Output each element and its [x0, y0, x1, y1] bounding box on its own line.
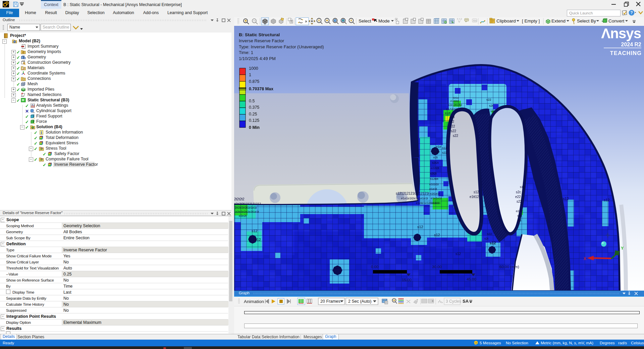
- svg-text:Mode: Mode: [378, 18, 390, 23]
- svg-text:1000: 1000: [249, 66, 258, 71]
- svg-text:e1e1ŧ: e1e1ŧ: [429, 187, 437, 191]
- svg-text:3 Cycles: 3 Cycles: [446, 299, 461, 304]
- svg-text:Y: Y: [621, 246, 624, 251]
- svg-text:e2e2ŧ: e2e2ŧ: [239, 214, 247, 217]
- svg-text:s12: s12: [252, 229, 258, 233]
- svg-text:0.875: 0.875: [249, 79, 259, 84]
- svg-text:45.00: 45.00: [467, 277, 476, 281]
- svg-text:s12: s12: [520, 185, 525, 189]
- svg-text:2ŧ2ŧ2ŧ2: 2ŧ2ŧ2ŧ2: [234, 197, 245, 201]
- svg-text:20 Frames: 20 Frames: [320, 299, 340, 304]
- svg-text:s22: s22: [451, 129, 457, 133]
- svg-text:s121212121ŧ1212121ŧ: s121212121ŧ1212121ŧ: [396, 192, 429, 195]
- svg-text:Select: Select: [359, 18, 371, 23]
- svg-text:[ Empty ]: [ Empty ]: [522, 18, 540, 23]
- svg-text:X,Y,Z: X,Y,Z: [457, 18, 462, 20]
- svg-text:15.00: 15.00: [402, 278, 412, 282]
- svg-text:0.70378 Max: 0.70378 Max: [249, 87, 273, 91]
- svg-text:eŧ2ŧ: eŧ2ŧ: [449, 115, 455, 119]
- svg-text:B: Static Structural: B: Static Structural: [239, 32, 280, 37]
- svg-text:s12: s12: [417, 225, 423, 229]
- svg-text:0.5: 0.5: [249, 99, 255, 103]
- svg-text:s12ŧ: s12ŧ: [445, 111, 451, 115]
- svg-text:s1ŧ12ŧ12ŧ2: s1ŧ12ŧ12ŧ2: [448, 103, 462, 107]
- svg-text:X: X: [584, 256, 587, 261]
- svg-text:i: i: [476, 341, 476, 344]
- svg-text:0.125: 0.125: [249, 118, 259, 123]
- svg-text:s12: s12: [517, 214, 522, 217]
- svg-text:e1e1e1ŧ: e1e1e1ŧ: [431, 197, 442, 200]
- svg-text:e1e1ŧ: e1e1ŧ: [431, 201, 439, 205]
- svg-text:s22: s22: [453, 134, 459, 138]
- svg-text:1: 1: [249, 72, 251, 77]
- svg-text:s22: s22: [487, 232, 492, 236]
- svg-text:s2ŧ: s2ŧ: [489, 104, 493, 107]
- svg-text:e1e: e1e: [436, 145, 441, 148]
- svg-text:s2ŧ: s2ŧ: [484, 237, 489, 240]
- svg-text:Clipboard: Clipboard: [496, 18, 516, 23]
- svg-text:s22: s22: [442, 151, 447, 154]
- svg-text:e22: e22: [435, 150, 440, 154]
- svg-text:s22: s22: [449, 120, 454, 123]
- svg-text:s12: s12: [455, 252, 461, 256]
- svg-text:?: ?: [630, 10, 633, 15]
- svg-text:0 Min: 0 Min: [249, 125, 260, 130]
- svg-text:s12: s12: [434, 233, 440, 237]
- svg-text:e22: e22: [515, 195, 521, 199]
- svg-text:0.375: 0.375: [249, 105, 259, 110]
- svg-text:Time: 1: Time: 1: [239, 50, 253, 55]
- svg-text:0.25: 0.25: [249, 112, 257, 116]
- svg-text:Λnsys: Λnsys: [601, 26, 641, 41]
- svg-text:e2e2ŧ2ŧ1212121212: e2e2ŧ2ŧ1212121212: [234, 202, 261, 205]
- svg-text:2e2e2e2ŧ1e1e1ŧ: 2e2e2e2ŧ1e1e1ŧ: [235, 206, 257, 209]
- svg-text:TEACHING: TEACHING: [610, 50, 642, 56]
- svg-text:s12: s12: [490, 241, 496, 245]
- svg-text:s1ŧ: s1ŧ: [490, 109, 495, 113]
- svg-text:ŧ1ŧ1e: ŧ1ŧ1e: [453, 96, 459, 99]
- svg-text:e1A1A1ŧ: e1A1A1ŧ: [446, 107, 458, 111]
- svg-text:Convert: Convert: [608, 18, 625, 23]
- svg-text:Extend: Extend: [551, 18, 566, 23]
- svg-text:30.00: 30.00: [432, 265, 442, 269]
- svg-text:e1ŧt12: e1ŧt12: [470, 195, 479, 199]
- svg-text:s12ŧeŧ: s12ŧeŧ: [430, 177, 438, 181]
- svg-text:s1ŧ1e1ŧ: s1ŧ1e1ŧ: [430, 192, 440, 195]
- svg-text:Animation: Animation: [244, 299, 264, 304]
- svg-text:e1e1e1ŧ2e1e1e1e1ŧ: e1e1e1ŧ2e1e1e1e1ŧ: [401, 197, 428, 200]
- svg-text:Abc: Abc: [473, 19, 477, 22]
- svg-text:2 Sec (Auto): 2 Sec (Auto): [348, 299, 371, 304]
- svg-text:e22: e22: [516, 209, 521, 213]
- svg-text:s12: s12: [442, 146, 447, 150]
- svg-text:s12: s12: [474, 190, 479, 194]
- svg-text:e1ŧ1ŧ1ŧ: e1ŧ1ŧ1ŧ: [429, 183, 439, 186]
- svg-text:s12: s12: [563, 197, 569, 201]
- svg-text:Type: Inverse Reserve Factor (: Type: Inverse Reserve Factor (Unaveraged…: [239, 44, 324, 49]
- svg-text:s12: s12: [604, 198, 610, 202]
- svg-text:s22: s22: [517, 200, 522, 203]
- svg-text:60.00 (mm): 60.00 (mm): [499, 265, 519, 269]
- svg-text:2024 R2: 2024 R2: [621, 42, 642, 47]
- svg-text:Select By: Select By: [577, 18, 596, 23]
- svg-text:s12: s12: [255, 238, 261, 242]
- svg-text:0.00: 0.00: [371, 265, 378, 269]
- svg-text:e22: e22: [449, 124, 455, 128]
- svg-text:s2ŧ2ŧ: s2ŧ2ŧ: [430, 172, 437, 175]
- svg-text:e2e2e2e2e2ŧ1e1ŧ: e2e2e2e2e2ŧ1e1ŧ: [235, 210, 259, 213]
- svg-text:s2ŧ2ŧ: s2ŧ2ŧ: [432, 161, 439, 164]
- svg-text:s2c: s2c: [516, 190, 521, 194]
- svg-text:SA: SA: [463, 299, 469, 304]
- svg-text:A1ŧ1ŧ2: A1ŧ1ŧ2: [450, 99, 459, 103]
- svg-text:Inverse Reserve Factor: Inverse Reserve Factor: [239, 38, 284, 43]
- svg-text:e2ŧ: e2ŧ: [433, 156, 438, 159]
- svg-text:ŧ1ŧ: ŧ1ŧ: [518, 219, 522, 222]
- svg-text:s22: s22: [486, 98, 491, 101]
- svg-text:1/10/2025 4:49 PM: 1/10/2025 4:49 PM: [239, 56, 276, 61]
- svg-text:e22ŧ2ŧ: e22ŧ2ŧ: [431, 166, 439, 170]
